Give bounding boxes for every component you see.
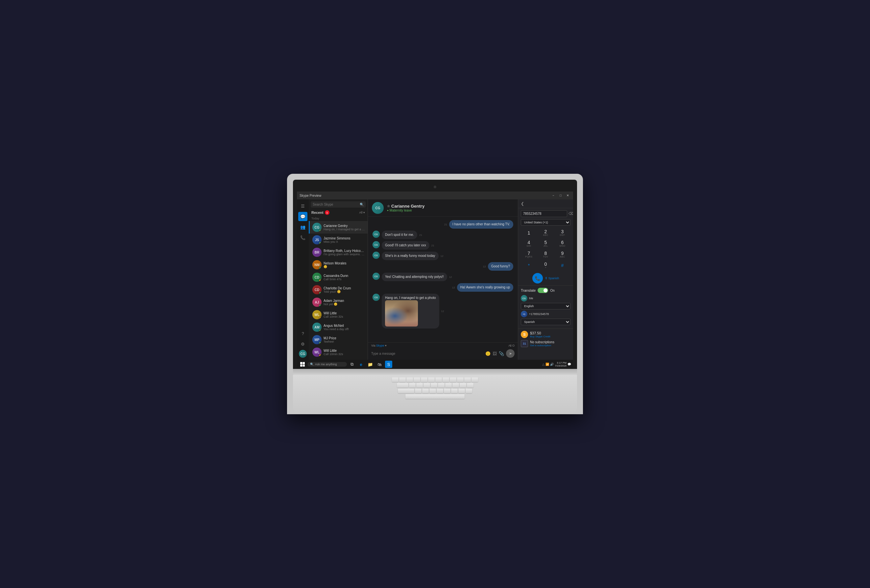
edge-browser-icon[interactable]: e	[358, 361, 365, 368]
favorite-star-icon[interactable]: ☆	[387, 204, 390, 208]
contact-item[interactable]: CD Cassandra Dunn Call 5min 47s	[309, 271, 368, 284]
emoji-button[interactable]: 🙂	[485, 351, 490, 356]
action-center-icon[interactable]: 💬	[568, 363, 571, 366]
kb-key	[466, 389, 472, 393]
contact-item[interactable]: NM Nelson Morales 😊	[309, 258, 368, 271]
attachment-button[interactable]: 📎	[499, 351, 504, 356]
keypad-button[interactable]: 6 MNO	[554, 239, 571, 249]
get-subscription-link[interactable]: Get a subscription	[530, 344, 571, 347]
contact-preview: Told you!! 😊	[323, 290, 365, 293]
dialer-country-select[interactable]: United States (+1)	[521, 219, 571, 226]
keypad-button[interactable]: 0 +	[538, 260, 554, 270]
key-letters: TUV	[543, 255, 548, 258]
contact-language-select[interactable]: Spanish	[521, 319, 571, 325]
keypad-button[interactable]: 9 ABC	[554, 249, 571, 260]
kb-key	[431, 383, 437, 388]
send-button[interactable]: ➤	[506, 349, 515, 358]
status-dot	[319, 292, 322, 294]
translate-toggle[interactable]	[538, 288, 548, 293]
contact-item[interactable]: JS Jazmine Simmons Miss you X	[309, 233, 368, 246]
key-number: 4	[528, 240, 530, 245]
keypad-button[interactable]: 7 PQRS	[521, 249, 537, 260]
contact-item[interactable]: WL Will Little Call 10min 32s	[309, 309, 368, 321]
contact-item[interactable]: CD Charlotte De Crum Told you!! 😊	[309, 284, 368, 296]
kb-key	[453, 383, 459, 388]
maximize-button[interactable]: □	[558, 193, 563, 198]
task-view-button[interactable]: ⧉	[348, 361, 355, 368]
dialer-back-button[interactable]: ❮	[521, 201, 524, 206]
cortana-icon: 🔍	[310, 363, 314, 366]
message-time: 12	[441, 310, 444, 313]
kb-key	[414, 377, 420, 382]
buy-credit-link[interactable]: Buy Skype Credit	[530, 335, 571, 338]
keypad-button[interactable]: #	[554, 260, 571, 270]
contact-info: Adam Jarman Not yet 😊	[323, 299, 365, 306]
contact-info: Carianne Gentry Hang on, I managed to ge…	[323, 224, 365, 231]
recent-nav-button[interactable]: 💬	[298, 212, 307, 221]
contact-item[interactable]: CG Carianne Gentry Hang on, I managed to…	[309, 221, 368, 233]
file-explorer-icon[interactable]: 📁	[366, 361, 374, 368]
keypad-button[interactable]: 2 ABC	[538, 228, 554, 238]
help-button[interactable]: ?	[298, 329, 307, 338]
message-time: 12	[441, 255, 444, 258]
contact-item[interactable]: AM Angus McNeil You need a day off!	[309, 321, 368, 333]
taskbar-search[interactable]: 🔍 Ask me anything	[307, 362, 347, 367]
contact-item[interactable]: AJ Adam Jarman Not yet 😊	[309, 296, 368, 309]
spacebar-key	[405, 394, 465, 399]
close-button[interactable]: ✕	[565, 193, 571, 198]
dialer-delete-button[interactable]: ⌫	[569, 212, 573, 216]
kb-key	[464, 377, 471, 382]
chat-area: CG ☆ Carianne Gentry ● Maternity leave	[368, 199, 518, 360]
contact-name: Will Little	[323, 349, 365, 352]
settings-button[interactable]: ⚙	[298, 339, 307, 349]
message-photo	[385, 300, 418, 327]
store-icon[interactable]: 🛍	[376, 361, 383, 368]
minimize-button[interactable]: −	[551, 193, 556, 198]
contact-preview: Not yet 😊	[323, 303, 365, 306]
message-time: 12	[449, 276, 452, 279]
message-avatar: CG	[372, 294, 380, 301]
user-avatar[interactable]: CG	[299, 350, 307, 358]
contact-preview: Miss you X	[323, 240, 365, 244]
search-input[interactable]	[313, 203, 358, 206]
me-language-select[interactable]: English	[521, 303, 571, 309]
volume-icon[interactable]: 🔊	[550, 363, 554, 366]
all-filter-button[interactable]: All ▾	[359, 211, 365, 214]
keypad-button[interactable]: 3 DEF	[554, 228, 571, 238]
windows-logo-icon	[300, 362, 305, 367]
keypad-button[interactable]: *	[521, 260, 537, 270]
dialpad-nav-button[interactable]: 📞	[298, 233, 307, 242]
contacts-nav-button[interactable]: 👥	[298, 223, 307, 232]
key-number: 1	[528, 231, 530, 235]
keypad-button[interactable]: 8 TUV	[538, 249, 554, 260]
message-input[interactable]	[371, 352, 483, 355]
chat-contact-status: ● Maternity leave	[387, 209, 514, 212]
image-button[interactable]: 🖼	[493, 351, 497, 356]
contact-name: Carianne Gentry	[323, 224, 365, 228]
notifications-icon[interactable]: △	[542, 363, 544, 366]
subscriptions-info: No subscriptions Get a subscription	[530, 340, 571, 347]
contact-preview: I'm going glam with sequins. See you h..…	[323, 252, 365, 256]
contact-item[interactable]: BR Brittany Roth, Lucy Holcomb, S... 3 I…	[309, 246, 368, 258]
search-bar[interactable]: 🔍	[311, 201, 366, 208]
keypad-button[interactable]: 1	[521, 228, 537, 238]
contact-info: Angus McNeil You need a day off!	[323, 324, 365, 331]
toggle-knob	[544, 288, 547, 293]
start-button[interactable]	[299, 361, 306, 368]
contact-item[interactable]: MP MJ Price Teehee!	[309, 333, 368, 346]
skype-taskbar-icon[interactable]: S	[385, 361, 392, 368]
hamburger-menu-button[interactable]: ☰	[298, 201, 307, 211]
message-time: 21	[431, 244, 434, 247]
message-row: CG Don't spoil it for me. 21	[372, 231, 513, 239]
key-letters: GHI	[527, 245, 531, 247]
status-dot	[319, 354, 322, 357]
message-row: CG She's in a really funny mood today 12	[372, 252, 513, 260]
call-button[interactable]: 📞	[532, 273, 543, 284]
contact-item[interactable]: WL Will Little Call 10min 32s	[309, 346, 368, 358]
network-icon[interactable]: 📶	[545, 363, 549, 366]
keypad-button[interactable]: 5 JKL	[538, 239, 554, 249]
keypad-button[interactable]: 4 GHI	[521, 239, 537, 249]
message-text: She's in a really funny mood today	[385, 254, 435, 258]
contact-info: Will Little Call 10min 32s	[323, 312, 365, 318]
dialer-number-input[interactable]	[521, 210, 567, 217]
